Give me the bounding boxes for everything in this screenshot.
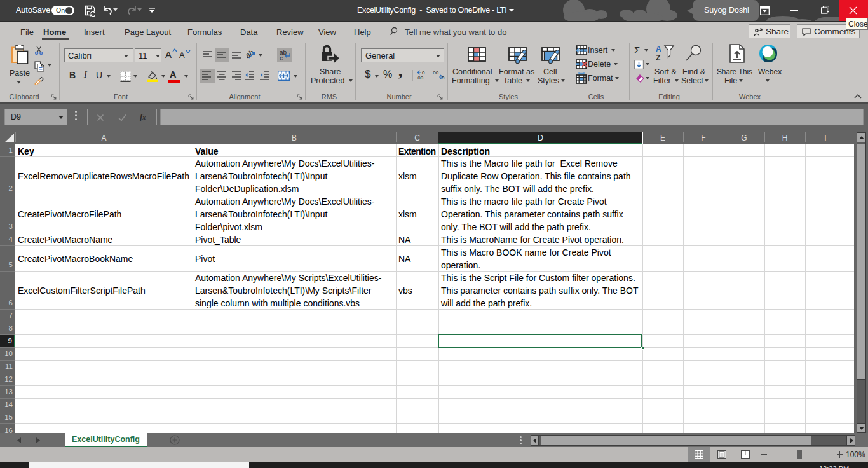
svg-text:Z: Z [656,53,660,62]
svg-text:.00: .00 [416,75,424,80]
svg-text:0: 0 [442,75,445,80]
svg-text:.00: .00 [431,70,439,76]
svg-text:A: A [656,45,661,53]
